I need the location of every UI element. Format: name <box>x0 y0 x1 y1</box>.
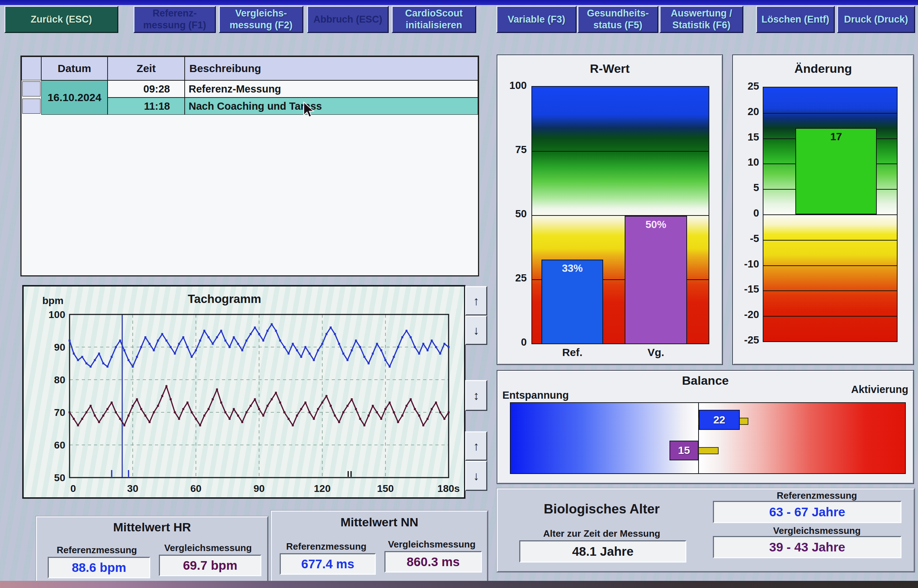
svg-text:60: 60 <box>54 439 65 451</box>
svg-text:80: 80 <box>54 374 65 385</box>
cardioscout-screen: Zurück (ESC)Referenz-messung (F1)Verglei… <box>0 0 918 588</box>
cell-zeit-row2[interactable]: 11:18 <box>108 97 185 115</box>
svg-text:100: 100 <box>48 309 65 320</box>
cell-beschreibung-row2[interactable]: Nach Coaching und Tarass <box>185 97 478 115</box>
r-wert-xlabel-vg: Vg. <box>625 346 687 359</box>
r-wert-xlabel-ref: Ref. <box>541 346 603 359</box>
nn-vg-value: 860.3 ms <box>385 551 482 573</box>
toolbar-button-label-2: initialisieren <box>393 19 475 31</box>
aenderung-panel: Änderung 2520151050-5-10-15-20-25 17 <box>732 55 914 365</box>
aenderung-tick-label: 0 <box>753 207 759 219</box>
toolbar-button-auswertung-statistik[interactable]: Auswertung /Statistik (F6) <box>659 6 743 33</box>
bio-vg-value: 39 - 43 Jahre <box>713 536 902 558</box>
svg-text:120: 120 <box>314 483 331 494</box>
toolbar-button-label: Vergleichs- <box>220 8 302 19</box>
r-wert-chart: 33% 50% <box>532 86 709 344</box>
scroll-up-button-bottom[interactable]: ↑ <box>465 431 487 461</box>
mittelwert-nn-title: Mittelwert NN <box>272 515 487 529</box>
r-wert-bar-vg: 50% <box>625 216 687 344</box>
toolbar-button-referenzmessung: Referenz-messung (F1) <box>133 6 216 33</box>
toolbar-button-label: Löschen (Entf) <box>757 14 834 26</box>
r-wert-tick-label: 75 <box>515 144 527 156</box>
toolbar-button-label-2: messung (F2) <box>220 19 302 31</box>
toolbar-button-label: Abbruch (ESC) <box>308 14 388 26</box>
mittelwert-hr-panel: Mittelwert HR Referenzmessung 88.6 bpm V… <box>36 516 268 584</box>
aenderung-tick-label: -20 <box>744 309 759 320</box>
svg-text:90: 90 <box>54 342 65 353</box>
sessions-table: Datum Zeit Beschreibung 16.10.2024 09:28… <box>21 56 479 276</box>
arrow-up-icon: ↑ <box>474 439 480 453</box>
scroll-down-button-top[interactable]: ↓ <box>465 315 487 345</box>
toolbar-button-abbruch: Abbruch (ESC) <box>307 6 389 33</box>
aenderung-tick-label: 25 <box>748 80 759 92</box>
balance-panel: Balance Entspannung Aktivierung 22 15 <box>497 370 914 484</box>
cell-datum[interactable]: 16.10.2024 <box>41 80 108 115</box>
aenderung-chart: 17 <box>763 87 897 342</box>
cell-beschreibung-row1[interactable]: Referenz-Messung <box>185 80 478 97</box>
balance-band-vg <box>698 447 719 454</box>
r-wert-bar-ref: 33% <box>541 260 603 344</box>
zoom-vertical-button[interactable]: ↕ <box>465 380 487 411</box>
aenderung-gridline <box>763 291 897 291</box>
hr-ref-label: Referenzmessung <box>45 544 149 556</box>
arrow-up-icon: ↑ <box>474 294 480 308</box>
window-top-strip <box>0 0 918 5</box>
hr-ref-value: 88.6 bpm <box>48 557 150 578</box>
mittelwert-hr-title: Mittelwert HR <box>37 520 267 534</box>
r-wert-tick-label: 0 <box>521 336 527 348</box>
toolbar-button-label: Druck (Druck) <box>838 14 914 26</box>
arrow-up-down-icon: ↕ <box>474 389 480 403</box>
hr-vg-value: 69.7 bpm <box>159 555 262 576</box>
aenderung-title: Änderung <box>733 62 913 76</box>
balance-right-label: Aktivierung <box>851 384 908 396</box>
bio-ref-value: 63 - 67 Jahre <box>713 501 902 523</box>
svg-text:90: 90 <box>254 483 265 494</box>
r-wert-title: R-Wert <box>497 62 722 76</box>
toolbar-button-label-2: Statistik (F6) <box>661 19 742 31</box>
toolbar-button-label-2: status (F5) <box>579 19 657 31</box>
aenderung-tick-label: 10 <box>748 156 759 168</box>
aenderung-gridline <box>763 240 897 241</box>
bio-ref-label: Referenzmessung <box>745 490 889 501</box>
column-header-datum: Datum <box>41 57 108 80</box>
balance-marker-vg: 15 <box>669 441 698 460</box>
row-selector-2[interactable] <box>22 99 40 114</box>
bio-alter-title: Biologisches Alter <box>512 502 692 517</box>
toolbar-button-zurueck[interactable]: Zurück (ESC) <box>4 6 118 33</box>
svg-text:60: 60 <box>191 483 202 494</box>
svg-text:150: 150 <box>377 483 394 494</box>
column-header-beschreibung: Beschreibung <box>185 57 478 80</box>
toolbar-button-gesundheitsstatus[interactable]: Gesundheits-status (F5) <box>577 6 658 33</box>
toolbar-button-variable[interactable]: Variable (F3) <box>496 6 577 33</box>
aenderung-tick-label: 5 <box>753 182 759 194</box>
aenderung-tick-label: -25 <box>744 334 759 346</box>
aenderung-gridline <box>763 215 897 215</box>
aenderung-tick-label: -10 <box>744 258 759 270</box>
toolbar-button-label: CardioScout <box>393 8 475 19</box>
nn-ref-value: 677.4 ms <box>280 553 376 575</box>
svg-text:30: 30 <box>127 483 138 494</box>
svg-text:50: 50 <box>54 472 65 483</box>
toolbar-button-label-2: messung (F1) <box>134 19 215 31</box>
nn-ref-label: Referenzmessung <box>277 541 376 552</box>
scroll-down-button-bottom[interactable]: ↓ <box>465 461 487 491</box>
row-selector-1[interactable] <box>22 81 40 97</box>
toolbar-button-cardioscout-initialisieren[interactable]: CardioScoutinitialisieren <box>391 6 476 33</box>
arrow-down-icon: ↓ <box>474 469 480 483</box>
aenderung-gridline <box>763 265 897 266</box>
toolbar-button-label: Auswertung / <box>661 8 742 19</box>
arrow-down-icon: ↓ <box>474 323 480 338</box>
aenderung-tick-label: 20 <box>748 106 759 118</box>
aenderung-bar-value: 17 <box>796 131 876 143</box>
cell-zeit-row1[interactable]: 09:28 <box>108 80 185 97</box>
toolbar-button-loeschen[interactable]: Löschen (Entf) <box>756 6 835 33</box>
svg-text:70: 70 <box>54 407 65 418</box>
aenderung-gridline <box>763 113 897 114</box>
column-header-select <box>21 57 41 80</box>
toolbar-button-vergleichsmessung[interactable]: Vergleichs-messung (F2) <box>219 6 303 33</box>
bio-age-value: 48.1 Jahre <box>519 540 686 562</box>
scroll-up-button-top[interactable]: ↑ <box>465 286 487 315</box>
aenderung-bar: 17 <box>795 128 877 215</box>
toolbar-button-druck[interactable]: Druck (Druck) <box>837 6 915 33</box>
hr-vg-label: Vergleichsmessung <box>156 543 260 554</box>
